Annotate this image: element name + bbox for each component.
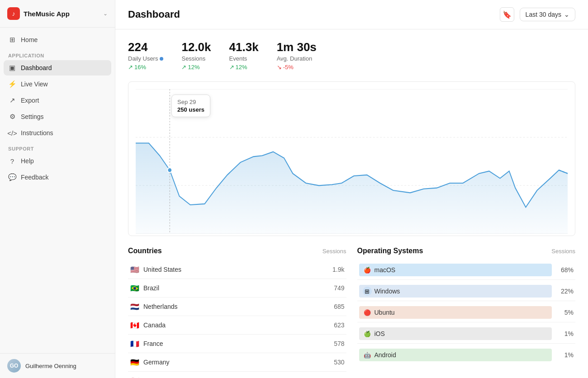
country-name: France — [143, 340, 163, 347]
country-flag: 🇨🇦 — [130, 320, 140, 330]
os-bar-fill: 🍎 macOS — [359, 264, 490, 276]
os-bar-fill: 🍏 iOS — [359, 327, 377, 340]
sidebar-item-label: Export — [21, 97, 39, 104]
os-icon: 🍏 — [363, 329, 372, 338]
sidebar-item-label: Home — [21, 36, 38, 43]
dashboard-icon: ▣ — [8, 64, 16, 72]
stat-value: 1m 30s — [277, 40, 317, 54]
stat-label: Daily Users — [128, 55, 163, 62]
country-name: Germany — [143, 359, 170, 366]
sidebar-nav: ⊞ Home APPLICATION ▣ Dashboard ⚡ Live Vi… — [0, 28, 115, 353]
os-icon: 🤖 — [363, 350, 372, 359]
avatar-initials: GO — [10, 363, 19, 369]
date-range-label: Last 30 days — [526, 11, 561, 18]
stat-avg-duration: 1m 30s Avg. Duration ↘ -5% — [277, 40, 317, 71]
os-bar-bg: 🍎 macOS — [359, 264, 552, 276]
list-item: 🍎 macOS 68% — [357, 260, 576, 280]
main-scroll-area: 224 Daily Users ↗ 16% 12.0k Sessions ↗ 1… — [115, 29, 588, 378]
os-icon: ⊞ — [363, 287, 372, 296]
os-name: Ubuntu — [375, 309, 395, 316]
country-cell: 🇨🇦 Canada — [128, 316, 298, 335]
os-percent: 1% — [555, 351, 574, 359]
sidebar-item-settings[interactable]: ⚙ Settings — [4, 109, 111, 124]
sidebar-item-home[interactable]: ⊞ Home — [4, 32, 111, 47]
main-header: Dashboard 🔖 Last 30 days ⌄ — [115, 0, 588, 29]
os-percent: 1% — [555, 330, 574, 337]
sidebar-item-feedback[interactable]: 💬 Feedback — [4, 170, 111, 185]
country-name: Netherlands — [143, 303, 178, 310]
country-sessions: 749 — [298, 279, 346, 298]
trend-down-icon: ↘ — [277, 64, 282, 71]
country-flag: 🇪🇸 — [130, 376, 140, 378]
sidebar-header: ♪ TheMusic App ⌄ — [0, 0, 115, 28]
table-row: 🇨🇦 Canada 623 — [128, 316, 346, 335]
stat-dot — [160, 57, 163, 61]
stat-change: ↗ 12% — [229, 64, 259, 71]
os-bar-bg: 🤖 Android — [359, 349, 552, 361]
os-sessions-label: Sessions — [551, 248, 575, 255]
country-cell: 🇺🇸 United States — [128, 260, 298, 279]
avatar: GO — [7, 359, 21, 373]
country-sessions: 530 — [298, 353, 346, 372]
page-title: Dashboard — [128, 9, 180, 20]
date-range-dropdown[interactable]: Last 30 days ⌄ — [520, 8, 575, 21]
os-icon: 🍎 — [363, 265, 372, 274]
countries-title: Countries — [128, 247, 162, 255]
bottom-row: Countries Sessions 🇺🇸 United States 1.9k… — [128, 247, 575, 378]
list-item: 🤖 Android 1% — [357, 345, 576, 364]
help-icon: ? — [8, 157, 16, 165]
logo-icon: ♪ — [7, 7, 20, 20]
sidebar-item-dashboard[interactable]: ▣ Dashboard — [4, 60, 111, 76]
table-row: 🇺🇸 United States 1.9k — [128, 260, 346, 279]
stat-daily-users: 224 Daily Users ↗ 16% — [128, 40, 163, 71]
sidebar-item-export[interactable]: ↗ Export — [4, 93, 111, 108]
table-row: 🇪🇸 Spain 457 — [128, 372, 346, 378]
list-item: 🔴 Ubuntu 5% — [357, 303, 576, 322]
os-bar-fill: 🤖 Android — [359, 349, 377, 361]
export-icon: ↗ — [8, 96, 16, 104]
feedback-icon: 💬 — [8, 173, 16, 181]
country-cell: 🇧🇷 Brazil — [128, 279, 298, 298]
country-sessions: 1.9k — [298, 260, 346, 279]
sidebar-footer: GO Guilherme Oenning — [0, 353, 115, 378]
app-name: TheMusic App — [24, 10, 70, 18]
os-name: macOS — [375, 266, 396, 274]
user-name: Guilherme Oenning — [25, 363, 76, 369]
stat-change: ↗ 16% — [128, 64, 163, 71]
sidebar-item-label: Feedback — [21, 174, 48, 181]
stat-events: 41.3k Events ↗ 12% — [229, 40, 259, 71]
stat-label: Avg. Duration — [277, 55, 317, 62]
app-logo[interactable]: ♪ TheMusic App — [7, 7, 70, 20]
stat-change: ↗ 12% — [181, 64, 211, 71]
os-percent: 22% — [555, 288, 574, 295]
table-row: 🇧🇷 Brazil 749 — [128, 279, 346, 298]
instructions-icon: </> — [8, 129, 16, 137]
country-cell: 🇪🇸 Spain — [128, 372, 298, 378]
chart-container: Sep 29 250 users 400 200 0 — [128, 81, 575, 236]
os-bar-bg: 🔴 Ubuntu — [359, 306, 552, 319]
sidebar-item-help[interactable]: ? Help — [4, 153, 111, 169]
bookmark-button[interactable]: 🔖 — [500, 7, 514, 22]
sidebar-item-liveview[interactable]: ⚡ Live View — [4, 76, 111, 92]
country-cell: 🇩🇪 Germany — [128, 353, 298, 372]
sidebar-item-instructions[interactable]: </> Instructions — [4, 125, 111, 141]
os-title-row: Operating Systems Sessions — [357, 247, 576, 255]
country-name: Brazil — [143, 284, 159, 292]
os-bar-fill: 🔴 Ubuntu — [359, 306, 377, 319]
os-name: Android — [375, 351, 396, 359]
list-item: 🍏 iOS 1% — [357, 324, 576, 344]
countries-table: 🇺🇸 United States 1.9k 🇧🇷 Brazil 749 🇳🇱 N… — [128, 260, 346, 378]
stat-change: ↘ -5% — [277, 64, 317, 71]
liveview-icon: ⚡ — [8, 80, 16, 88]
main-content: Dashboard 🔖 Last 30 days ⌄ 224 Daily Use… — [115, 0, 588, 378]
stat-sessions: 12.0k Sessions ↗ 12% — [181, 40, 211, 71]
chevron-down-icon[interactable]: ⌄ — [103, 10, 108, 17]
country-sessions: 578 — [298, 335, 346, 353]
country-sessions: 457 — [298, 372, 346, 378]
country-name: Canada — [143, 321, 166, 329]
country-flag: 🇫🇷 — [130, 339, 140, 349]
sidebar-item-label: Settings — [21, 113, 44, 120]
stat-value: 12.0k — [181, 40, 211, 54]
header-right: 🔖 Last 30 days ⌄ — [500, 7, 575, 22]
section-support: SUPPORT — [4, 142, 111, 153]
